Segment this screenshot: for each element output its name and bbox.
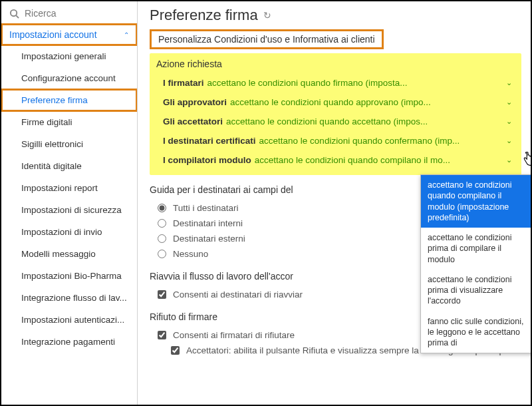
sidebar-item-8[interactable]: Impostazioni di invio	[1, 221, 137, 243]
sidebar-item-2[interactable]: Preferenze firma	[1, 89, 137, 111]
refresh-icon[interactable]: ↻	[263, 10, 271, 21]
search-placeholder: Ricerca	[25, 8, 56, 19]
required-action-title: Azione richiesta	[156, 59, 515, 69]
guide-option-label: Nessuno	[173, 249, 208, 259]
nav-header-account-settings[interactable]: Impostazioni account ⌃	[1, 24, 137, 45]
refuse-allow-label: Consenti ai firmatari di rifiutare	[173, 330, 295, 340]
dropdown-option-2[interactable]: accettano le condizioni prima di visuali…	[421, 270, 531, 311]
sidebar-item-10[interactable]: Impostazioni Bio-Pharma	[1, 265, 137, 287]
required-row-2[interactable]: Gli accettatoriaccettano le condizioni q…	[156, 112, 515, 131]
sidebar-item-6[interactable]: Impostazioni report	[1, 177, 137, 199]
required-desc: accettano le condizioni quando conferman…	[259, 136, 499, 146]
nav-header-label: Impostazioni account	[9, 29, 97, 40]
required-role: Gli accettatori	[163, 116, 223, 126]
guide-radio[interactable]	[158, 234, 166, 243]
guide-option-label: Destinatari interni	[173, 218, 243, 228]
required-role: Gli approvatori	[163, 97, 227, 107]
sidebar-item-0[interactable]: Impostazioni generali	[1, 45, 137, 67]
required-row-4[interactable]: I compilatori moduloaccettano le condizi…	[156, 150, 515, 170]
sidebar-item-13[interactable]: Integrazione pagamenti	[1, 331, 137, 353]
page-title: Preferenze firma ↻	[150, 7, 521, 24]
guide-option-label: Tutti i destinatari	[173, 203, 239, 213]
required-role: I destinatari certificati	[163, 136, 256, 146]
sidebar-item-4[interactable]: Sigilli elettronici	[1, 133, 137, 155]
sidebar-item-12[interactable]: Impostazioni autenticazi...	[1, 309, 137, 331]
required-role: I firmatari	[163, 78, 204, 88]
sidebar: Ricerca Impostazioni account ⌃ Impostazi…	[1, 1, 138, 405]
chevron-down-icon[interactable]: ⌄	[506, 79, 512, 87]
required-desc: accettano le condizioni quando approvano…	[230, 97, 499, 107]
guide-radio[interactable]	[158, 250, 166, 258]
refuse-acceptor-checkbox[interactable]	[171, 346, 180, 355]
restart-allow-checkbox[interactable]	[158, 290, 166, 299]
chevron-down-icon[interactable]: ⌄	[506, 156, 512, 164]
chevron-down-icon[interactable]: ⌄	[506, 117, 512, 126]
sidebar-item-1[interactable]: Configurazione account	[1, 67, 137, 89]
required-row-0[interactable]: I firmatariaccettano le condizioni quand…	[156, 73, 515, 93]
svg-point-0	[11, 9, 17, 15]
sidebar-item-5[interactable]: Identità digitale	[1, 155, 137, 177]
guide-option-label: Destinatari esterni	[173, 234, 245, 244]
nav-list: Impostazioni generaliConfigurazione acco…	[1, 45, 137, 353]
required-row-3[interactable]: I destinatari certificatiaccettano le co…	[156, 131, 515, 150]
required-role: I compilatori modulo	[163, 155, 251, 165]
refuse-allow-checkbox[interactable]	[158, 331, 166, 339]
svg-line-1	[16, 15, 19, 18]
cursor-hand-icon	[521, 152, 531, 169]
sidebar-item-11[interactable]: Integrazione flusso di lav...	[1, 287, 137, 309]
dropdown-option-3[interactable]: fanno clic sulle condizioni, le leggono …	[421, 311, 531, 353]
restart-allow-label: Consenti ai destinatari di riavviar	[173, 290, 303, 300]
guide-radio[interactable]	[158, 204, 166, 212]
main-content: Preferenze firma ↻ Personalizza Condizio…	[138, 1, 531, 405]
required-desc: accettano le condizioni quando compilano…	[255, 155, 499, 165]
search-icon	[9, 9, 19, 19]
page-title-text: Preferenze firma	[150, 7, 258, 24]
sidebar-item-7[interactable]: Impostazioni di sicurezza	[1, 199, 137, 221]
required-row-1[interactable]: Gli approvatoriaccettano le condizioni q…	[156, 93, 515, 112]
required-action-block: Azione richiesta I firmatariaccettano le…	[150, 53, 521, 175]
dropdown-option-1[interactable]: accettano le condizioni prima di compila…	[421, 228, 531, 270]
required-desc: accettano le condizioni quando accettano…	[226, 116, 499, 126]
required-desc: accettano le condizioni quando firmano (…	[207, 78, 499, 88]
dropdown-option-0[interactable]: accettano le condizioni quando compilano…	[421, 175, 531, 228]
subheading-customize: Personalizza Condizioni d'uso e Informat…	[150, 29, 384, 49]
sidebar-item-9[interactable]: Modelli messaggio	[1, 243, 137, 265]
compiler-dropdown-popover: accettano le condizioni quando compilano…	[420, 174, 531, 353]
chevron-up-icon: ⌃	[124, 31, 129, 39]
subheading-row: Personalizza Condizioni d'uso e Informat…	[150, 29, 521, 49]
chevron-down-icon[interactable]: ⌄	[506, 136, 512, 145]
sidebar-item-3[interactable]: Firme digitali	[1, 111, 137, 133]
chevron-down-icon[interactable]: ⌄	[506, 98, 512, 106]
guide-radio[interactable]	[158, 219, 166, 228]
search-row[interactable]: Ricerca	[1, 1, 137, 24]
